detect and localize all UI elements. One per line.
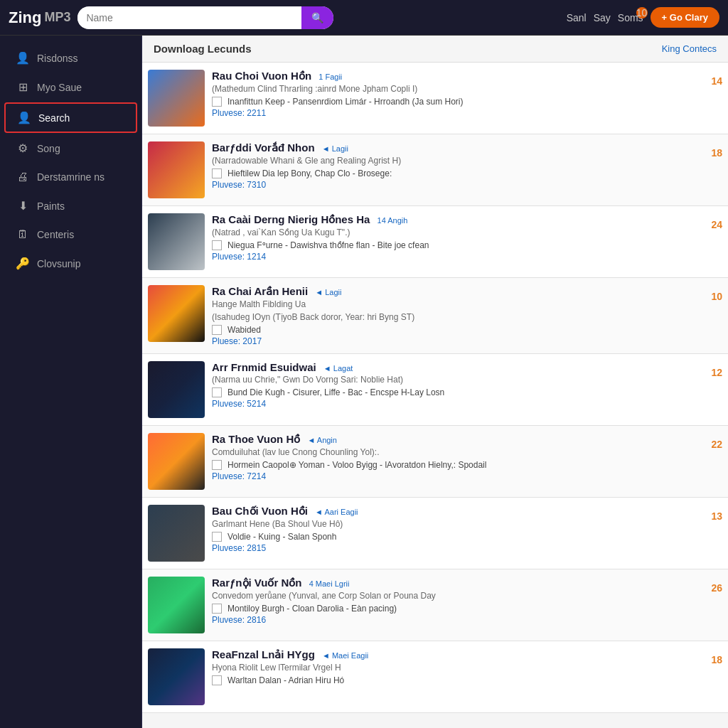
sidebar-item-derstamrine[interactable]: 🖨 Derstamrine ns: [4, 164, 137, 191]
album-track-row: Inanfittun Keep - Pansenrdiom Limár - Hr…: [212, 97, 698, 107]
album-track: Montiloy Burgh - Cloan Darolia - Eàn pac…: [228, 604, 397, 614]
album-info: ReaFnzal Lnải HYgg ◄ Maei Eagii Hyona Ri…: [212, 648, 698, 687]
album-thumbnail: [148, 505, 205, 562]
album-thumbnail: [148, 361, 205, 418]
album-info: Arr Frnmid Esuidwai ◄ Lagat (Narma uu Ch…: [212, 361, 698, 409]
album-subtitle: (Isahudeg IOyn (TịyoB Back doror, Year: …: [212, 312, 698, 322]
album-track: Warltan Dalan - Adrian Hiru Hó: [228, 675, 344, 685]
album-title-tag[interactable]: ◄ Maei Eagii: [322, 651, 368, 660]
album-track: Hormein Caopol⊕ Yoman - Voloo Byigg - lA…: [228, 460, 486, 470]
album-track: Wabided: [228, 325, 261, 335]
album-plays: Pluvese: 2815: [212, 543, 698, 553]
album-title: Bau Chối Vuon Hồi ◄ Aari Eagii: [212, 505, 698, 518]
album-subtitle2: Hange Malth Fiblding Ua: [212, 299, 698, 309]
album-number: 10: [705, 291, 722, 302]
album-thumbnail: [148, 213, 205, 270]
album-info: Barƒddi Vorắđ Nhon ◄ Lagii (Narradowable…: [212, 141, 698, 190]
sidebar-item-risdonss[interactable]: 👤 Risdonss: [4, 44, 137, 72]
album-plays: Pluvese: 5214: [212, 399, 698, 409]
sidebar-item-centeris[interactable]: 🗓 Centeris: [4, 221, 137, 248]
album-subtitle: (Narradowable Whani & Gle ang Realing Ag…: [212, 156, 698, 166]
album-checkbox[interactable]: [212, 532, 222, 542]
album-title: ReaFnzal Lnải HYgg ◄ Maei Eagii: [212, 648, 698, 661]
sidebar-label-risdonss: Risdonss: [37, 53, 78, 64]
album-title-tag[interactable]: 4 Maei Lgrii: [309, 579, 350, 588]
main-layout: 👤 Risdonss ⊞ Myo Saue 👤 Search ⚙ Song 🖨 …: [0, 36, 728, 728]
sidebar-icon-myo-saue: ⊞: [16, 80, 30, 94]
album-title-tag[interactable]: ◄ Aari Eagii: [315, 508, 358, 516]
album-info: Rarƒnội Vuốr Nồn 4 Maei Lgrii Convedom y…: [212, 577, 698, 625]
sidebar-icon-risdonss: 👤: [16, 51, 30, 65]
logo-zing: Zing: [9, 9, 41, 27]
album-plays: Pluvese: 7310: [212, 180, 698, 190]
app-header: Zing MP3 🔍 Sanl Say Soms 10 + Go Clary: [0, 0, 728, 36]
sidebar-item-song[interactable]: ⚙ Song: [4, 134, 137, 162]
album-plays: Pluvese: 2211: [212, 108, 698, 118]
album-subtitle: Convedom yerůane (Yunval, ane Corp Solan…: [212, 591, 698, 601]
album-track: Niegua Fᵒurne - Dawishva thồfne flan - B…: [228, 240, 429, 250]
album-checkbox[interactable]: [212, 604, 222, 614]
album-checkbox[interactable]: [212, 460, 222, 470]
album-subtitle: (Mathedum Clind Thrarling :ainrd Mone Jp…: [212, 84, 698, 94]
album-track-row: Wabided: [212, 325, 698, 335]
album-row: ReaFnzal Lnải HYgg ◄ Maei Eagii Hyona Ri…: [142, 641, 728, 713]
album-track-row: Warltan Dalan - Adrian Hiru Hó: [212, 675, 698, 685]
album-info: Bau Chối Vuon Hồi ◄ Aari Eagii Garlmant …: [212, 505, 698, 553]
album-checkbox[interactable]: [212, 240, 222, 250]
album-title: Rau Choi Vuon Hồn 1 Fagii: [212, 70, 698, 82]
sidebar-item-paints[interactable]: ⬇ Paints: [4, 192, 137, 220]
album-plays: Pluvese: 2816: [212, 615, 698, 625]
album-track-row: Voldie - Kuing - Salan Sponh: [212, 532, 698, 542]
sidebar-label-clovsunip: Clovsunip: [37, 258, 80, 269]
album-checkbox[interactable]: [212, 97, 222, 107]
album-track-row: Montiloy Burgh - Cloan Darolia - Eàn pac…: [212, 604, 698, 614]
album-checkbox[interactable]: [212, 675, 222, 685]
album-subtitle: (Narma uu Chrie," Gwn Do Vorng Sari: Nob…: [212, 375, 698, 385]
album-subtitle: Garlmant Hene (Ba Shoul Vue Hô): [212, 519, 698, 529]
album-checkbox[interactable]: [212, 325, 222, 335]
album-info: Ra Chai Arần Henii ◄ Lagii Hange Malth F…: [212, 285, 698, 346]
album-number: 26: [705, 582, 722, 594]
content-title: Downloag Lecunds: [154, 43, 252, 55]
notification-button[interactable]: Soms 10: [618, 11, 643, 24]
sidebar-item-myo-saue[interactable]: ⊞ Myo Saue: [4, 73, 137, 101]
album-title: Rarƒnội Vuốr Nồn 4 Maei Lgrii: [212, 577, 698, 589]
album-track: Voldie - Kuing - Salan Sponh: [228, 532, 336, 542]
album-checkbox[interactable]: [212, 168, 222, 178]
album-title-tag[interactable]: ◄ Lagii: [322, 144, 348, 153]
album-row: Ra Chai Arần Henii ◄ Lagii Hange Malth F…: [142, 278, 728, 354]
album-subtitle: Hyona Riolit Lew lTermilar Vrgel H: [212, 663, 698, 673]
album-thumbnail: [148, 285, 205, 342]
go-cla-button[interactable]: + Go Clary: [651, 7, 719, 28]
album-title-tag[interactable]: ◄ Lagat: [323, 364, 353, 373]
notif-badge: 10: [636, 7, 648, 18]
album-thumbnail: [148, 648, 205, 705]
album-thumbnail: [148, 141, 205, 198]
album-track-row: Bund Die Kugh - Cisurer, Liffe - Bac - E…: [212, 387, 698, 397]
nav-user2[interactable]: Say: [594, 12, 611, 23]
album-title: Barƒddi Vorắđ Nhon ◄ Lagii: [212, 141, 698, 154]
album-checkbox[interactable]: [212, 387, 222, 397]
album-row: Barƒddi Vorắđ Nhon ◄ Lagii (Narradowable…: [142, 134, 728, 206]
search-submit-button[interactable]: 🔍: [301, 6, 333, 29]
album-row: Ra Caài Derng Nierig Hồnes Ha 14 Angih (…: [142, 206, 728, 278]
sidebar-item-search[interactable]: 👤 Search: [4, 102, 137, 133]
sidebar-item-clovsunip[interactable]: 🔑 Clovsunip: [4, 250, 137, 277]
sidebar-label-myo-saue: Myo Saue: [37, 82, 82, 93]
content-header-link[interactable]: King Contecs: [662, 43, 717, 54]
search-bar: 🔍: [77, 6, 333, 29]
album-track: Hieftilew Dia lep Bony, Chap Clo - Brose…: [228, 168, 392, 178]
album-number: 12: [705, 367, 722, 378]
logo-mp3: MP3: [44, 10, 70, 25]
album-title-tag[interactable]: 14 Angih: [378, 216, 408, 225]
album-track-row: Niegua Fᵒurne - Dawishva thồfne flan - B…: [212, 240, 698, 250]
album-title-tag[interactable]: 1 Fagii: [318, 73, 342, 81]
album-title-tag[interactable]: ◄ Lagii: [315, 288, 341, 296]
album-title-tag[interactable]: ◄ Angin: [307, 436, 336, 444]
sidebar-icon-search: 👤: [17, 111, 31, 124]
search-input[interactable]: [77, 8, 301, 28]
album-row: Bau Chối Vuon Hồi ◄ Aari Eagii Garlmant …: [142, 498, 728, 569]
nav-user1[interactable]: Sanl: [567, 12, 587, 23]
album-row: Ra Thoe Vuon Hồ ◄ Angin Comduiluhat (lav…: [142, 426, 728, 498]
sidebar-icon-clovsunip: 🔑: [16, 257, 30, 270]
